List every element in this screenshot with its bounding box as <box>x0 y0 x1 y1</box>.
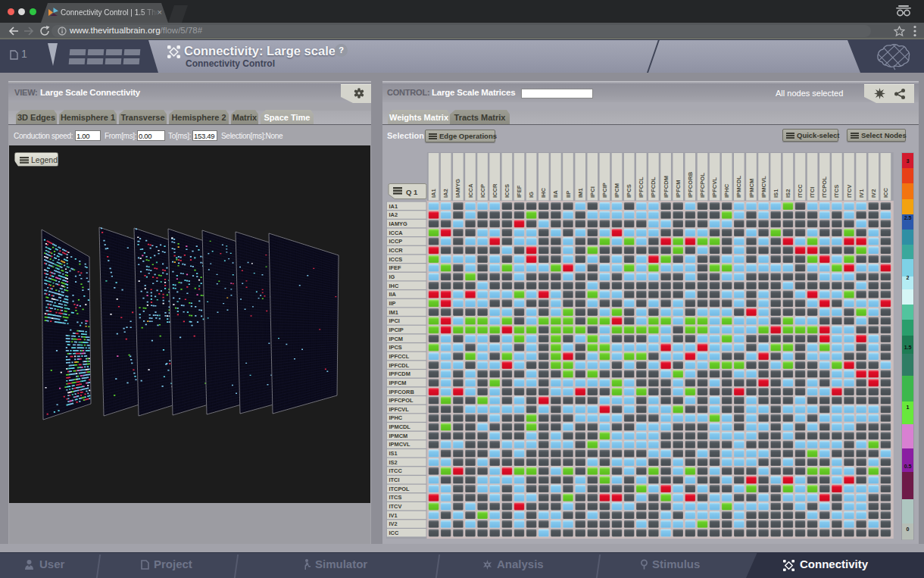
svg-text:3: 3 <box>907 158 910 164</box>
svg-text:IPFCM: IPFCM <box>675 180 682 198</box>
svg-text:ICCP: ICCP <box>479 184 486 198</box>
svg-text:IPCM: IPCM <box>613 183 620 198</box>
svg-text:ITCI: ITCI <box>809 187 816 198</box>
svg-text:ICC: ICC <box>882 187 889 198</box>
svg-text:IPMCDL: IPMCDL <box>735 176 742 198</box>
svg-text:IPMCM: IPMCM <box>748 179 755 198</box>
svg-text:IPCIP: IPCIP <box>389 326 404 333</box>
svg-text:IFEF: IFEF <box>389 264 401 271</box>
svg-text:IM1: IM1 <box>389 309 398 316</box>
svg-text:IPMCM: IPMCM <box>389 433 408 439</box>
svg-text:IV1: IV1 <box>389 512 398 519</box>
svg-text:0.5: 0.5 <box>904 464 912 469</box>
svg-text:IS1: IS1 <box>773 189 779 198</box>
svg-text:IPMCVL: IPMCVL <box>389 441 410 448</box>
svg-text:IV2: IV2 <box>870 189 877 198</box>
svg-text:IIP: IIP <box>389 300 396 307</box>
svg-text:IPFCDL: IPFCDL <box>650 177 657 198</box>
svg-text:IPFCPOL: IPFCPOL <box>389 397 414 404</box>
svg-text:IIA: IIA <box>552 190 559 198</box>
svg-text:IPMCVL: IPMCVL <box>760 176 767 198</box>
svg-text:IPCI: IPCI <box>589 186 596 198</box>
svg-text:IS1: IS1 <box>389 450 398 457</box>
svg-text:ITCI: ITCI <box>389 476 400 483</box>
svg-text:IHC: IHC <box>540 187 547 198</box>
svg-text:ICC: ICC <box>389 530 399 536</box>
svg-text:IPCI: IPCI <box>389 317 400 324</box>
svg-text:IM1: IM1 <box>577 188 584 198</box>
svg-text:Q 1: Q 1 <box>406 188 418 196</box>
svg-text:IV1: IV1 <box>858 189 865 198</box>
svg-text:IAMYG: IAMYG <box>389 220 407 227</box>
svg-text:IPFCCL: IPFCCL <box>389 353 410 360</box>
svg-text:IPFCORB: IPFCORB <box>687 171 694 198</box>
svg-text:ICCS: ICCS <box>504 184 510 198</box>
svg-text:2: 2 <box>907 275 910 280</box>
svg-text:IAMYG: IAMYG <box>454 179 461 198</box>
svg-text:IPFCDL: IPFCDL <box>389 362 410 369</box>
svg-text:ITCC: ITCC <box>389 467 403 474</box>
svg-text:IA1: IA1 <box>430 188 437 198</box>
svg-text:IFEF: IFEF <box>516 185 523 198</box>
svg-text:IA2: IA2 <box>442 189 449 198</box>
svg-text:IPFCM: IPFCM <box>389 380 407 386</box>
svg-text:ITCS: ITCS <box>389 494 402 501</box>
svg-text:IPFCORB: IPFCORB <box>389 389 414 395</box>
svg-text:IPCM: IPCM <box>389 336 403 342</box>
svg-text:IPCS: IPCS <box>389 344 402 351</box>
svg-text:IV2: IV2 <box>389 520 398 527</box>
svg-text:IPCIP: IPCIP <box>601 183 608 198</box>
svg-text:IHC: IHC <box>389 283 399 289</box>
svg-text:ITCV: ITCV <box>389 503 402 510</box>
svg-text:IS2: IS2 <box>785 189 791 198</box>
svg-text:IPFCDM: IPFCDM <box>663 176 670 198</box>
svg-text:IPFCVL: IPFCVL <box>711 177 718 198</box>
svg-text:ITCS: ITCS <box>833 185 840 198</box>
svg-text:IPHC: IPHC <box>389 414 403 421</box>
svg-text:ICCS: ICCS <box>389 256 403 263</box>
svg-text:IPFCDM: IPFCDM <box>389 370 410 377</box>
svg-text:0: 0 <box>907 526 910 532</box>
svg-text:IPMCDL: IPMCDL <box>389 423 411 430</box>
svg-text:IA1: IA1 <box>389 203 398 210</box>
svg-text:IPFCVL: IPFCVL <box>389 406 410 413</box>
svg-text:IIA: IIA <box>389 291 397 298</box>
svg-text:IPCS: IPCS <box>626 184 632 198</box>
svg-text:1.5: 1.5 <box>904 345 912 350</box>
svg-text:IS2: IS2 <box>389 459 398 466</box>
svg-text:IIP: IIP <box>565 191 572 198</box>
svg-text:ITCPOL: ITCPOL <box>821 177 828 198</box>
svg-text:2.5: 2.5 <box>904 215 912 220</box>
svg-text:IPFCCL: IPFCCL <box>638 177 645 198</box>
svg-text:ITCV: ITCV <box>846 184 853 198</box>
svg-text:1: 1 <box>907 405 910 410</box>
svg-text:IG: IG <box>528 192 535 198</box>
svg-text:IA2: IA2 <box>389 211 398 218</box>
svg-text:ICCR: ICCR <box>492 183 498 198</box>
svg-text:IPHC: IPHC <box>723 183 730 198</box>
svg-text:ITCC: ITCC <box>797 184 804 198</box>
svg-text:ICCA: ICCA <box>467 183 474 198</box>
svg-text:ITCPOL: ITCPOL <box>389 486 410 492</box>
svg-text:ICCR: ICCR <box>389 247 404 254</box>
svg-text:ICCA: ICCA <box>389 230 404 236</box>
svg-text:IPFCPOL: IPFCPOL <box>699 173 706 198</box>
svg-text:IG: IG <box>389 273 395 280</box>
svg-text:ICCP: ICCP <box>389 238 403 245</box>
